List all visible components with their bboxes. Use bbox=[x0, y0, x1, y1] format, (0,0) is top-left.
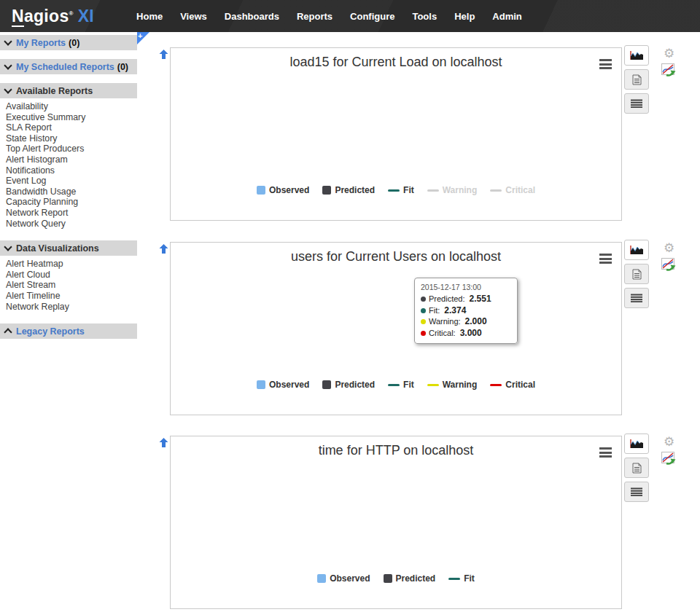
legend-item-warning[interactable]: Warning bbox=[427, 380, 478, 390]
tooltip-row: Warning:2.000 bbox=[421, 316, 511, 328]
tooltip-row: Predicted:2.551 bbox=[421, 294, 511, 305]
legend-label: Warning bbox=[443, 185, 478, 195]
report-page-icon bbox=[632, 74, 642, 85]
legend-swatch bbox=[388, 189, 400, 192]
registered-mark: ® bbox=[69, 10, 74, 17]
legend-item-observed[interactable]: Observed bbox=[317, 573, 370, 584]
legend-label: Observed bbox=[269, 380, 309, 390]
report-view-button[interactable] bbox=[624, 69, 649, 90]
legend-item-predicted[interactable]: Predicted bbox=[322, 380, 375, 390]
collapse-panel-button[interactable]: 0.51load152. Dec4. Dec6. Dec8. Dec10. De… bbox=[159, 49, 168, 58]
nav-item-views[interactable]: Views bbox=[180, 11, 207, 22]
area-chart-icon bbox=[630, 245, 644, 255]
legend-item-fit[interactable]: Fit bbox=[388, 380, 414, 390]
legend-item-fit[interactable]: Fit bbox=[388, 185, 414, 195]
collapse-panel-button[interactable]: 0.050.1time (s)2. Dec4. Dec6. Dec8. Dec1… bbox=[159, 437, 168, 447]
tooltip-series-dot bbox=[421, 308, 426, 313]
table-view-button[interactable] bbox=[624, 93, 649, 114]
legend-label: Fit bbox=[403, 185, 414, 195]
legend-label: Fit bbox=[403, 380, 414, 390]
chart-view-button[interactable] bbox=[624, 434, 649, 454]
collapse-panel-button[interactable]: 24users2. Dec4. Dec6. Dec8. Dec10. Dec12… bbox=[159, 243, 168, 253]
legend-item-predicted[interactable]: Predicted bbox=[322, 185, 375, 195]
legend-swatch bbox=[490, 189, 502, 192]
settings-gear-icon[interactable]: ⚙ bbox=[664, 47, 674, 60]
performance-graph-icon[interactable] bbox=[661, 452, 676, 466]
chart-title: users for Current Users on localhost bbox=[171, 249, 621, 264]
brand-xi: XI bbox=[78, 7, 94, 26]
nav-item-configure[interactable]: Configure bbox=[350, 11, 394, 22]
report-view-button[interactable] bbox=[624, 458, 649, 478]
nav-item-help[interactable]: Help bbox=[454, 11, 475, 22]
collapse-up-icon: 24users2. Dec4. Dec6. Dec8. Dec10. Dec12… bbox=[159, 244, 168, 254]
performance-graph-glyph bbox=[661, 452, 676, 466]
tooltip-timestamp: 2015-12-17 13:00 bbox=[421, 283, 511, 291]
legend-item-observed[interactable]: Observed bbox=[257, 185, 309, 195]
top-nav: Nagios®XI HomeViewsDashboardsReportsConf… bbox=[0, 0, 700, 32]
settings-gear-icon[interactable]: ⚙ bbox=[664, 435, 674, 449]
legend-swatch bbox=[257, 186, 265, 195]
chart-panel: time for HTTP on localhostObservedPredic… bbox=[170, 436, 622, 609]
nav-item-dashboards[interactable]: Dashboards bbox=[225, 11, 279, 22]
legend-item-predicted[interactable]: Predicted bbox=[384, 573, 436, 584]
tooltip-value: 3.000 bbox=[460, 328, 482, 340]
chart-view-button[interactable] bbox=[624, 45, 649, 66]
settings-gear-icon[interactable]: ⚙ bbox=[664, 241, 674, 255]
chart-title: time for HTTP on localhost bbox=[171, 443, 621, 458]
chart-view-button[interactable] bbox=[624, 240, 649, 260]
legend-label: Observed bbox=[330, 573, 370, 584]
legend-label: Warning bbox=[443, 380, 478, 390]
chart-legend: ObservedPredictedFit bbox=[171, 573, 621, 584]
data-list-icon bbox=[631, 99, 642, 108]
legend-swatch bbox=[490, 384, 502, 386]
report-view-button[interactable] bbox=[624, 264, 649, 284]
table-view-button[interactable] bbox=[624, 482, 649, 502]
nav-item-reports[interactable]: Reports bbox=[297, 11, 332, 22]
new-tab-ribbon[interactable]: + bbox=[137, 32, 149, 44]
legend-item-observed[interactable]: Observed bbox=[257, 380, 309, 390]
chart-title: load15 for Current Load on localhost bbox=[171, 55, 621, 70]
chart-panel: load15 for Current Load on localhostObse… bbox=[170, 47, 622, 221]
legend-swatch bbox=[427, 384, 439, 386]
legend-label: Observed bbox=[269, 185, 309, 195]
tooltip-value: 2.374 bbox=[444, 305, 466, 317]
legend-item-warning[interactable]: Warning bbox=[427, 185, 478, 195]
plus-icon: + bbox=[138, 32, 142, 40]
collapse-up-icon: 0.050.1time (s)2. Dec4. Dec6. Dec8. Dec1… bbox=[159, 438, 168, 447]
chart-menu-icon[interactable] bbox=[599, 254, 612, 266]
panel-view-buttons bbox=[624, 45, 649, 117]
tooltip-row: Critical:3.000 bbox=[421, 328, 511, 340]
performance-graph-icon[interactable] bbox=[661, 63, 676, 77]
legend-label: Fit bbox=[464, 573, 475, 584]
panel-row: 0.51load152. Dec4. Dec6. Dec8. Dec10. De… bbox=[0, 47, 700, 222]
legend-swatch bbox=[257, 380, 265, 389]
section-count: (0) bbox=[69, 38, 79, 48]
legend-label: Critical bbox=[505, 185, 535, 195]
performance-graph-icon[interactable] bbox=[661, 258, 676, 272]
legend-swatch bbox=[322, 186, 331, 195]
table-view-button[interactable] bbox=[624, 288, 649, 308]
tooltip-value: 2.551 bbox=[470, 294, 491, 305]
legend-swatch bbox=[317, 574, 326, 583]
legend-item-fit[interactable]: Fit bbox=[448, 573, 475, 584]
performance-graph-glyph bbox=[661, 258, 676, 272]
legend-label: Predicted bbox=[335, 380, 375, 390]
panel-view-buttons bbox=[624, 240, 649, 312]
performance-graph-glyph bbox=[661, 63, 676, 77]
chart-menu-icon[interactable] bbox=[599, 59, 612, 71]
nav-item-admin[interactable]: Admin bbox=[492, 11, 521, 22]
collapse-up-icon: 0.51load152. Dec4. Dec6. Dec8. Dec10. De… bbox=[159, 50, 168, 59]
legend-item-critical[interactable]: Critical bbox=[490, 380, 535, 390]
chart-tooltip: 2015-12-17 13:00Predicted:2.551Fit:2.374… bbox=[414, 278, 518, 344]
legend-swatch bbox=[427, 189, 439, 192]
chart-legend: ObservedPredictedFitWarningCritical bbox=[171, 380, 621, 390]
legend-item-critical[interactable]: Critical bbox=[490, 185, 535, 195]
tooltip-label: Warning: bbox=[429, 316, 461, 328]
legend-swatch bbox=[384, 574, 392, 583]
nav-item-tools[interactable]: Tools bbox=[412, 11, 437, 22]
nav-item-home[interactable]: Home bbox=[136, 11, 163, 22]
nagios-xi-logo[interactable]: Nagios®XI bbox=[12, 7, 94, 26]
legend-label: Predicted bbox=[335, 185, 375, 195]
chart-menu-icon[interactable] bbox=[599, 447, 612, 460]
nav-menu: HomeViewsDashboardsReportsConfigureTools… bbox=[136, 11, 522, 22]
